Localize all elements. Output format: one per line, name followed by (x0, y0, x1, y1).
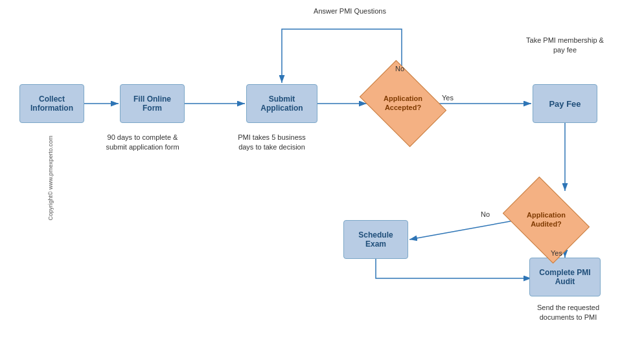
no2-label: No (481, 210, 490, 218)
copyright-text: Copyright© www.pmexperto.com (47, 135, 54, 220)
yes1-label: Yes (442, 94, 454, 102)
flowchart-diagram: Copyright© www.pmexperto.com Collec (0, 0, 644, 345)
app-accepted-diamond: Application Accepted? (367, 74, 439, 133)
submit-annotation: PMI takes 5 business days to take decisi… (235, 133, 309, 153)
no1-label: No (395, 65, 404, 72)
collect-info-box: Collect Information (19, 84, 84, 123)
fill-form-annotation: 90 days to complete & submit application… (100, 133, 185, 153)
send-docs-annotation: Send the requested documents to PMI (526, 303, 610, 323)
svg-line-6 (409, 220, 517, 239)
complete-audit-box: Complete PMI Audit (529, 258, 601, 296)
fill-online-form-box: Fill Online Form (120, 84, 185, 123)
take-pmi-annotation: Take PMI membership & pay fee (526, 36, 604, 56)
yes2-label: Yes (551, 249, 562, 257)
app-audited-diamond: Application Audited? (511, 191, 582, 249)
pay-fee-box: Pay Fee (533, 84, 597, 123)
submit-application-box: Submit Application (246, 84, 317, 123)
schedule-exam-box: Schedule Exam (343, 220, 408, 259)
answer-pmi-annotation: Answer PMI Questions (311, 6, 389, 16)
